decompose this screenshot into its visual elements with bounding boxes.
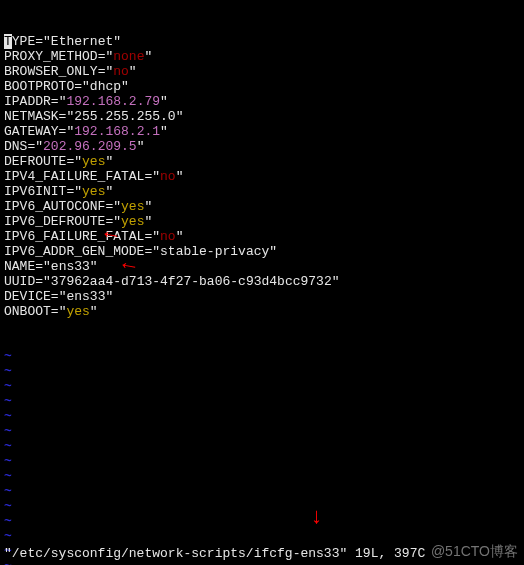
config-line: UUID="37962aa4-d713-4f27-ba06-c93d4bcc97… <box>4 274 520 289</box>
config-value: no <box>160 169 176 184</box>
config-value: 255.255.255.0 <box>74 109 175 124</box>
config-value: none <box>113 49 144 64</box>
config-value: yes <box>66 304 89 319</box>
config-line: DEFROUTE="yes" <box>4 154 520 169</box>
config-value: yes <box>121 214 144 229</box>
config-value: stable-privacy <box>160 244 269 259</box>
config-value: no <box>113 64 129 79</box>
empty-line-tilde: ~ <box>4 349 520 364</box>
empty-line-tilde: ~ <box>4 499 520 514</box>
empty-line-tilde: ~ <box>4 529 520 544</box>
config-value: yes <box>121 199 144 214</box>
empty-line-tilde: ~ <box>4 379 520 394</box>
config-line: BROWSER_ONLY="no" <box>4 64 520 79</box>
empty-line-tilde: ~ <box>4 409 520 424</box>
config-value: 192.168.2.1 <box>74 124 160 139</box>
config-line: IPV6_DEFROUTE="yes" <box>4 214 520 229</box>
vi-status-line: "/etc/sysconfig/network-scripts/ifcfg-en… <box>4 546 425 561</box>
config-line: IPV6INIT="yes" <box>4 184 520 199</box>
config-value: yes <box>82 184 105 199</box>
config-line: DEVICE="ens33" <box>4 289 520 304</box>
config-value: ens33 <box>51 259 90 274</box>
config-value: yes <box>82 154 105 169</box>
empty-line-tilde: ~ <box>4 469 520 484</box>
empty-line-tilde: ~ <box>4 484 520 499</box>
vi-editor-viewport[interactable]: TYPE="Ethernet"PROXY_METHOD="none"BROWSE… <box>0 0 524 565</box>
config-value: Ethernet <box>51 34 113 49</box>
config-value: 202.96.209.5 <box>43 139 137 154</box>
config-line: NAME="ens33" <box>4 259 520 274</box>
config-line: BOOTPROTO="dhcp" <box>4 79 520 94</box>
cursor: T <box>4 34 12 49</box>
config-value: 37962aa4-d713-4f27-ba06-c93d4bcc9732 <box>51 274 332 289</box>
config-value: ens33 <box>66 289 105 304</box>
config-line: TYPE="Ethernet" <box>4 34 520 49</box>
config-line: IPADDR="192.168.2.79" <box>4 94 520 109</box>
config-line: NETMASK="255.255.255.0" <box>4 109 520 124</box>
empty-line-tilde: ~ <box>4 394 520 409</box>
config-line: IPV6_FAILURE_FATAL="no" <box>4 229 520 244</box>
config-line: IPV6_AUTOCONF="yes" <box>4 199 520 214</box>
config-line: IPV6_ADDR_GEN_MODE="stable-privacy" <box>4 244 520 259</box>
empty-line-tilde: ~ <box>4 514 520 529</box>
empty-line-tilde: ~ <box>4 364 520 379</box>
empty-line-tilde: ~ <box>4 439 520 454</box>
empty-line-region: ~~~~~~~~~~~~~~~ <box>4 349 520 565</box>
config-line: PROXY_METHOD="none" <box>4 49 520 64</box>
config-value: no <box>160 229 176 244</box>
empty-line-tilde: ~ <box>4 454 520 469</box>
config-line: DNS="202.96.209.5" <box>4 139 520 154</box>
config-line: GATEWAY="192.168.2.1" <box>4 124 520 139</box>
config-value: 192.168.2.79 <box>66 94 160 109</box>
config-line: ONBOOT="yes" <box>4 304 520 319</box>
file-content: TYPE="Ethernet"PROXY_METHOD="none"BROWSE… <box>4 34 520 319</box>
config-value: dhcp <box>90 79 121 94</box>
config-line: IPV4_FAILURE_FATAL="no" <box>4 169 520 184</box>
empty-line-tilde: ~ <box>4 424 520 439</box>
